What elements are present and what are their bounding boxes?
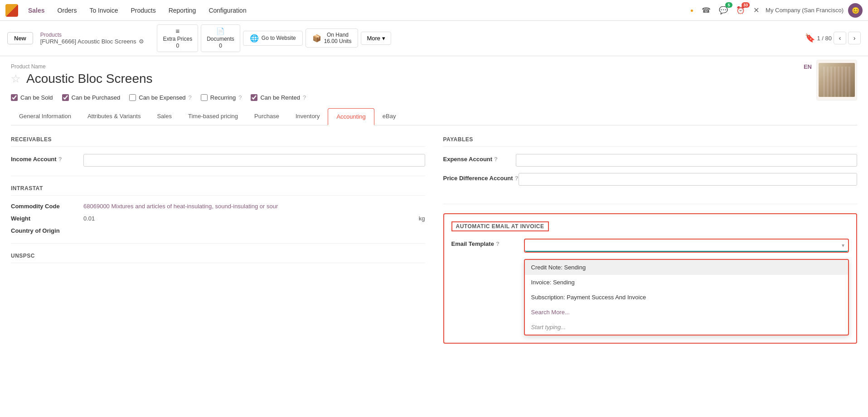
income-account-help-icon[interactable]: ?	[58, 156, 62, 163]
breadcrumb-parent[interactable]: Products	[40, 32, 145, 38]
dropdown-item-start-typing[interactable]: Start typing...	[525, 320, 849, 335]
income-account-row: Income Account ?	[11, 154, 425, 167]
phone-icon[interactable]: ☎	[700, 4, 713, 16]
product-title: Acoustic Bloc Screens	[26, 72, 153, 86]
app-logo[interactable]	[5, 4, 18, 17]
more-button[interactable]: More ▾	[361, 32, 391, 45]
income-account-value[interactable]	[83, 154, 425, 167]
product-name-label: Product Name	[11, 63, 857, 70]
tab-ebay[interactable]: eBay	[374, 108, 404, 125]
top-nav: Sales Orders To Invoice Products Reporti…	[0, 0, 868, 21]
breadcrumb-current-text: [FURN_6666] Acoustic Bloc Screens	[40, 38, 136, 45]
product-thumbnail[interactable]	[816, 60, 857, 101]
extra-prices-label: Extra Prices	[163, 36, 192, 43]
email-template-help-icon[interactable]: ?	[496, 240, 499, 247]
chat-icon[interactable]: 💬 5	[717, 4, 730, 16]
extra-prices-icon: ≡	[175, 27, 179, 36]
price-diff-value[interactable]	[519, 173, 857, 186]
documents-button[interactable]: 📄 Documents 0	[201, 24, 240, 52]
on-hand-button[interactable]: 📦 On Hand 16.00 Units	[305, 29, 359, 48]
language-badge[interactable]: EN	[804, 63, 812, 70]
price-diff-row: Price Difference Account ?	[443, 173, 858, 186]
status-dot-icon[interactable]: ●	[689, 5, 695, 15]
recurring-checkbox[interactable]: Recurring ?	[201, 94, 242, 101]
favorite-star-button[interactable]: ☆	[11, 73, 21, 84]
can-be-purchased-checkbox[interactable]: Can be Purchased	[62, 94, 121, 101]
bookmark-button[interactable]: 🔖	[805, 33, 815, 43]
settings-gear-icon[interactable]: ⚙	[139, 38, 144, 45]
email-template-input[interactable]	[525, 240, 849, 252]
tab-inventory[interactable]: Inventory	[287, 108, 328, 125]
on-hand-text: On Hand 16.00 Units	[324, 32, 352, 44]
price-diff-help-icon[interactable]: ?	[515, 175, 519, 182]
can-be-rented-checkbox[interactable]: Can be Rented ?	[251, 94, 306, 101]
can-be-sold-input[interactable]	[11, 94, 18, 101]
checkboxes-row: Can be Sold Can be Purchased Can be Expe…	[11, 90, 857, 108]
dropdown-item-invoice-sending[interactable]: Invoice: Sending	[525, 275, 849, 290]
weight-row: Weight 0.01 kg	[11, 215, 425, 222]
tab-attributes-variants[interactable]: Attributes & Variants	[79, 108, 149, 125]
country-origin-row: Country of Origin	[11, 227, 425, 234]
commodity-code-value[interactable]: 68069000 Mixtures and articles of heat-i…	[83, 203, 425, 210]
go-website-button[interactable]: 🌐 Go to Website	[243, 31, 303, 46]
nav-item-orders[interactable]: Orders	[52, 4, 82, 17]
income-account-label: Income Account ?	[11, 154, 83, 163]
tab-time-based-pricing[interactable]: Time-based pricing	[180, 108, 246, 125]
tab-sales[interactable]: Sales	[149, 108, 180, 125]
content-left: RECEIVABLES Income Account ? INTRASTAT	[11, 136, 425, 344]
pagination-next-button[interactable]: ›	[848, 32, 861, 44]
dropdown-item-search-more[interactable]: Search More...	[525, 305, 849, 320]
expense-account-help-icon[interactable]: ?	[494, 156, 498, 163]
can-be-sold-checkbox[interactable]: Can be Sold	[11, 94, 53, 101]
email-template-row: Email Template ? ▾	[451, 239, 849, 253]
recurring-help-icon[interactable]: ?	[238, 94, 242, 101]
user-avatar[interactable]: 😊	[848, 3, 863, 18]
tab-accounting[interactable]: Accounting	[328, 108, 374, 125]
can-be-rented-input[interactable]	[251, 94, 257, 101]
dropdown-item-credit-note[interactable]: Credit Note: Sending	[525, 260, 849, 275]
go-website-label: Go to Website	[262, 35, 296, 41]
can-be-rented-help-icon[interactable]: ?	[303, 94, 306, 101]
extra-prices-button[interactable]: ≡ Extra Prices 0	[157, 24, 198, 52]
main-content: Product Name ☆ Acoustic Bloc Screens EN …	[0, 56, 868, 365]
wrench-icon[interactable]: ✕	[752, 4, 761, 16]
globe-icon: 🌐	[250, 34, 259, 43]
recurring-input[interactable]	[201, 94, 208, 101]
email-template-dropdown-arrow-icon[interactable]: ▾	[842, 242, 844, 249]
receivables-section: RECEIVABLES Income Account ?	[11, 136, 425, 167]
can-be-expensed-input[interactable]	[129, 94, 136, 101]
nav-item-products[interactable]: Products	[125, 4, 161, 17]
company-name: My Company (San Francisco)	[766, 7, 844, 14]
toolbar-actions: ≡ Extra Prices 0 📄 Documents 0 🌐 Go to W…	[157, 24, 391, 52]
recurring-label: Recurring	[210, 94, 236, 101]
automatic-email-title: AUTOMATIC EMAIL AT INVOICE	[451, 221, 549, 231]
can-be-expensed-label: Can be Expensed	[139, 94, 185, 101]
clock-icon[interactable]: ⏰ 33	[734, 4, 747, 16]
tabs-bar: General Information Attributes & Variant…	[11, 108, 857, 125]
box-icon: 📦	[312, 34, 321, 43]
weight-value[interactable]: 0.01	[83, 215, 415, 222]
unspsc-title: UNSPSC	[11, 253, 425, 263]
more-chevron-icon: ▾	[382, 35, 385, 42]
can-be-purchased-input[interactable]	[62, 94, 69, 101]
can-be-expensed-help-icon[interactable]: ?	[189, 94, 192, 101]
nav-item-configuration[interactable]: Configuration	[203, 4, 252, 17]
automatic-email-section: AUTOMATIC EMAIL AT INVOICE Email Templat…	[443, 213, 858, 344]
new-button[interactable]: New	[7, 32, 33, 44]
intrastat-title: INTRASTAT	[11, 185, 425, 196]
dropdown-item-subscription[interactable]: Subscription: Payment Success And Invoic…	[525, 290, 849, 305]
expense-account-value[interactable]	[516, 154, 858, 167]
nav-item-reporting[interactable]: Reporting	[163, 4, 202, 17]
tab-purchase[interactable]: Purchase	[246, 108, 287, 125]
can-be-purchased-label: Can be Purchased	[72, 94, 121, 101]
email-template-label: Email Template ?	[451, 239, 524, 247]
expense-account-label: Expense Account ?	[443, 154, 516, 163]
pagination-prev-button[interactable]: ‹	[834, 32, 846, 44]
pagination-text: 1 / 80	[817, 35, 832, 42]
commodity-code-text[interactable]: 68069000 Mixtures and articles of heat-i…	[83, 203, 278, 210]
can-be-expensed-checkbox[interactable]: Can be Expensed ?	[129, 94, 192, 101]
tab-general-information[interactable]: General Information	[11, 108, 79, 125]
nav-item-sales[interactable]: Sales	[23, 4, 50, 17]
commodity-code-label: Commodity Code	[11, 203, 83, 210]
nav-item-to-invoice[interactable]: To Invoice	[84, 4, 123, 17]
